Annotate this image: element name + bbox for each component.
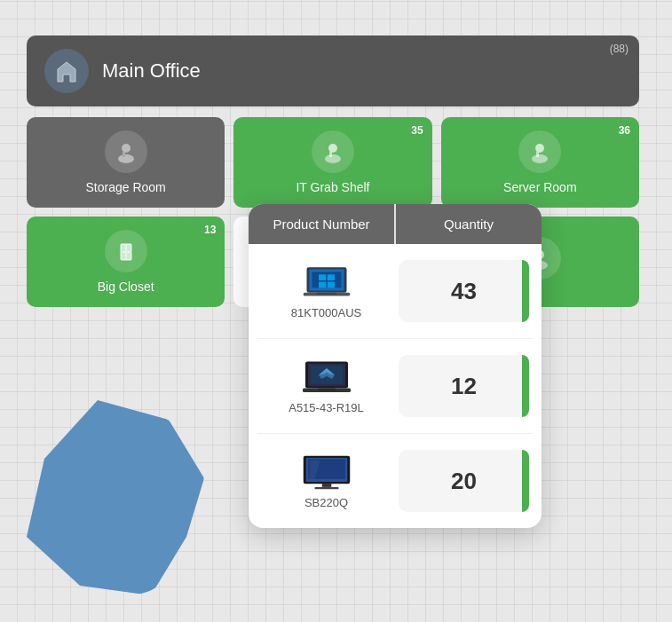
monitor-image xyxy=(300,453,353,491)
product-number-a515: A515-43-R19L xyxy=(289,401,364,414)
qty-cell-sb220q: 20 xyxy=(399,450,529,512)
product-number-81kt: 81KT000AUS xyxy=(291,306,362,319)
main-office-title: Main Office xyxy=(102,59,201,83)
qty-value-81kt: 43 xyxy=(451,278,477,305)
product-row-a515: A515-43-R19L 12 xyxy=(257,339,533,434)
product-cell-sb220q: SB220Q xyxy=(257,453,395,509)
room-card-it-grab-shelf[interactable]: 35 IT Grab Shelf xyxy=(233,117,431,208)
svg-rect-36 xyxy=(314,486,338,488)
qty-value-sb220q: 20 xyxy=(451,468,477,495)
room-card-big-closet[interactable]: 13 Big Closet xyxy=(27,217,225,307)
it-grab-shelf-icon xyxy=(312,130,354,173)
blue-decoration xyxy=(27,400,204,595)
svg-point-7 xyxy=(532,154,548,163)
popup-header-product-number: Product Number xyxy=(249,204,394,244)
laptop-lenovo-image xyxy=(300,264,353,301)
svg-point-6 xyxy=(535,144,544,153)
product-cell-81kt: 81KT000AUS xyxy=(257,264,395,319)
popup-header-quantity: Quantity xyxy=(396,204,542,244)
svg-point-11 xyxy=(123,251,124,253)
svg-point-4 xyxy=(325,154,341,163)
product-cell-a515: A515-43-R19L xyxy=(257,358,395,414)
server-room-label: Server Room xyxy=(503,180,576,194)
svg-rect-2 xyxy=(123,152,125,157)
popup-header: Product Number Quantity xyxy=(249,204,542,244)
storage-room-icon xyxy=(105,130,147,173)
it-grab-shelf-badge: 35 xyxy=(411,124,423,137)
svg-point-3 xyxy=(328,144,337,153)
svg-rect-8 xyxy=(536,152,539,157)
popup-card: Product Number Quantity 81K xyxy=(249,204,542,528)
main-office-card[interactable]: (88) Main Office xyxy=(27,35,639,106)
room-card-storage-room[interactable]: Storage Room xyxy=(27,117,225,208)
server-room-badge: 36 xyxy=(619,124,630,137)
rooms-grid-row1: Storage Room 35 IT Grab Shelf 36 xyxy=(27,117,639,208)
svg-rect-23 xyxy=(319,281,326,287)
svg-rect-22 xyxy=(327,274,334,280)
svg-rect-20 xyxy=(312,272,341,287)
svg-rect-5 xyxy=(329,152,332,157)
svg-rect-24 xyxy=(327,281,334,287)
svg-rect-26 xyxy=(316,292,336,294)
qty-bar-sb220q xyxy=(522,450,529,512)
product-number-sb220q: SB220Q xyxy=(304,496,348,509)
big-closet-label: Big Closet xyxy=(98,280,154,294)
popup-rows: 81KT000AUS 43 A5 xyxy=(249,244,542,528)
qty-cell-a515: 12 xyxy=(399,355,529,417)
server-room-icon xyxy=(518,130,561,173)
it-grab-shelf-label: IT Grab Shelf xyxy=(296,180,369,194)
big-closet-icon xyxy=(105,230,147,272)
main-office-count: (88) xyxy=(610,43,629,55)
room-card-server-room[interactable]: 36 Server Room xyxy=(441,117,639,208)
qty-bar-a515 xyxy=(522,355,529,417)
svg-point-0 xyxy=(122,144,130,153)
storage-room-label: Storage Room xyxy=(86,180,166,194)
svg-point-1 xyxy=(118,154,134,163)
qty-cell-81kt: 43 xyxy=(399,260,529,322)
qty-value-a515: 12 xyxy=(451,373,477,400)
qty-bar-81kt xyxy=(522,260,529,322)
svg-rect-31 xyxy=(318,388,336,390)
svg-point-12 xyxy=(127,251,129,253)
product-row-81kt: 81KT000AUS 43 xyxy=(257,244,533,339)
big-closet-badge: 13 xyxy=(204,224,216,236)
svg-rect-35 xyxy=(321,484,331,487)
laptop-acer-image xyxy=(300,358,353,396)
svg-rect-21 xyxy=(319,274,326,280)
product-row-sb220q: SB220Q 20 xyxy=(257,434,533,528)
main-office-icon xyxy=(44,49,89,93)
